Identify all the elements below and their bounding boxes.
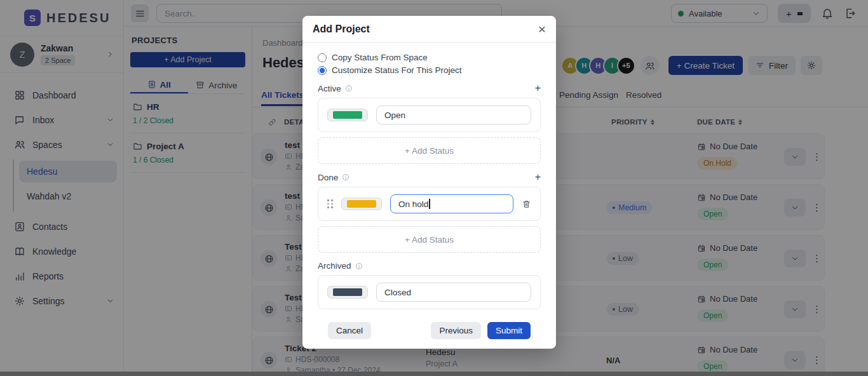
status-row-archived: Closed bbox=[318, 275, 541, 309]
section-label-done: Done bbox=[318, 173, 338, 182]
add-active-status-icon[interactable]: + bbox=[535, 83, 541, 93]
add-status-button[interactable]: + Add Status bbox=[318, 226, 541, 253]
info-icon bbox=[345, 84, 353, 92]
radio-customize-status[interactable]: Customize Status For This Project bbox=[318, 65, 541, 75]
color-swatch-button[interactable] bbox=[327, 109, 368, 121]
delete-status-icon[interactable] bbox=[522, 199, 531, 209]
status-name-input[interactable]: Closed bbox=[376, 283, 531, 302]
status-name-input[interactable]: On hold bbox=[390, 194, 513, 213]
previous-button[interactable]: Previous bbox=[431, 322, 481, 339]
status-name-input[interactable]: Open bbox=[376, 105, 531, 124]
add-done-status-icon[interactable]: + bbox=[535, 172, 541, 182]
submit-button[interactable]: Submit bbox=[487, 322, 531, 339]
radio-input[interactable] bbox=[318, 53, 327, 62]
radio-label: Customize Status For This Project bbox=[332, 65, 462, 75]
text-cursor bbox=[429, 199, 430, 209]
cancel-button[interactable]: Cancel bbox=[328, 322, 371, 339]
info-icon bbox=[342, 173, 349, 181]
add-status-button[interactable]: + Add Status bbox=[318, 137, 541, 164]
close-icon[interactable]: × bbox=[538, 22, 546, 36]
info-icon bbox=[355, 262, 363, 270]
modal-title: Add Project bbox=[313, 24, 370, 35]
drag-handle-icon[interactable] bbox=[327, 199, 333, 208]
add-project-modal: Add Project × Copy Status From Space Cus… bbox=[302, 16, 556, 349]
section-label-archived: Archived bbox=[318, 261, 351, 271]
status-row-active: Open bbox=[318, 98, 541, 132]
radio-label: Copy Status From Space bbox=[332, 53, 428, 62]
radio-input[interactable] bbox=[318, 66, 327, 75]
color-swatch-button[interactable] bbox=[341, 198, 382, 210]
color-swatch-button[interactable] bbox=[327, 286, 368, 299]
section-label-active: Active bbox=[318, 84, 341, 93]
radio-copy-status[interactable]: Copy Status From Space bbox=[318, 53, 541, 62]
status-row-done: On hold bbox=[318, 187, 541, 221]
